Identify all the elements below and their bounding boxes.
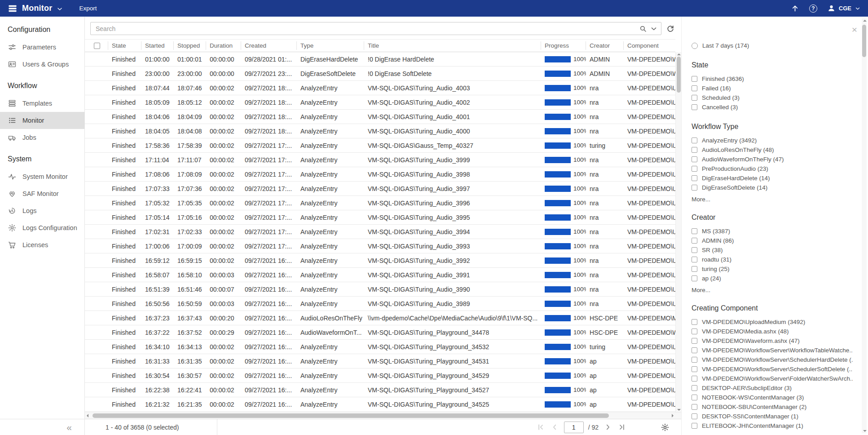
filter-option[interactable]: turing (25) <box>692 264 853 274</box>
filter-option[interactable]: DESKTOP-SSI\ContentManager (1) <box>692 412 853 421</box>
table-row[interactable]: Finished16:59:1216:59:1500:00:0209/27/20… <box>85 253 675 268</box>
filter-option[interactable]: ADMIN (86) <box>692 236 853 245</box>
filter-option[interactable]: PreProductionAudio (23) <box>692 164 853 173</box>
checkbox-icon[interactable] <box>692 275 697 281</box>
table-row[interactable]: Finished18:04:0518:04:0800:00:0209/27/20… <box>85 124 675 138</box>
column-header-creator[interactable]: Creator <box>586 41 624 50</box>
column-header-title[interactable]: Title <box>364 41 541 50</box>
filter-option[interactable]: VM-DPEDEMO\UploadMedium (3492) <box>692 317 853 327</box>
filter-option[interactable]: VM-DPEDEMO\Waveform.ashx (47) <box>692 336 853 346</box>
page-number-input[interactable] <box>564 422 584 433</box>
table-row[interactable]: Finished01:00:0001:00:0100:00:0009/28/20… <box>85 52 675 67</box>
table-row[interactable]: Finished23:00:0023:00:0000:00:0009/27/20… <box>85 67 675 81</box>
checkbox-icon[interactable] <box>692 104 697 110</box>
scroll-right-arrow-icon[interactable] <box>672 414 674 417</box>
filter-option[interactable]: ELITEBOOK-JHI\ContentManager (1) <box>692 421 853 431</box>
sidebar-item-saf-monitor[interactable]: SAF Monitor <box>0 185 84 202</box>
checkbox-icon[interactable] <box>692 347 697 353</box>
sidebar-item-logs[interactable]: Logs <box>0 202 84 219</box>
table-row[interactable]: Finished17:05:1417:05:1600:00:0209/27/20… <box>85 210 675 225</box>
upload-icon[interactable] <box>791 4 799 13</box>
refresh-icon[interactable] <box>666 24 675 33</box>
table-row[interactable]: Finished16:30:5416:30:5700:00:0209/27/20… <box>85 368 675 383</box>
help-icon[interactable]: ? <box>809 4 817 13</box>
column-header-created[interactable]: Created <box>241 41 297 50</box>
first-page-button[interactable] <box>536 422 546 432</box>
table-row[interactable]: Finished18:05:0918:05:1200:00:0209/27/20… <box>85 95 675 110</box>
sidebar-item-users-groups[interactable]: Users & Groups <box>0 56 84 73</box>
search-input[interactable] <box>96 25 636 32</box>
checkbox-icon[interactable] <box>692 175 697 181</box>
table-row[interactable]: Finished16:31:3316:31:3500:00:0209/27/20… <box>85 354 675 368</box>
column-header-type[interactable]: Type <box>297 41 364 50</box>
table-row[interactable]: Finished18:04:0618:04:0900:00:0209/27/20… <box>85 110 675 124</box>
checkbox-icon[interactable] <box>692 357 697 363</box>
last-page-button[interactable] <box>617 422 626 432</box>
filter-option[interactable]: AudioWaveformOnTheFly (47) <box>692 155 853 164</box>
checkbox-icon[interactable] <box>692 328 697 334</box>
filter-option[interactable]: Cancelled (3) <box>692 102 853 112</box>
filters-scroll-down-arrow-icon[interactable] <box>863 430 867 432</box>
filter-option[interactable]: roadtu (31) <box>692 255 853 264</box>
checkbox-icon[interactable] <box>692 319 697 325</box>
table-row[interactable]: Finished16:51:3916:51:4600:00:0709/27/20… <box>85 282 675 297</box>
column-header-started[interactable]: Started <box>141 41 174 50</box>
table-row[interactable]: Finished16:22:3816:22:4100:00:0209/27/20… <box>85 383 675 397</box>
checkbox-icon[interactable] <box>692 247 697 253</box>
filter-option[interactable]: MS (3387) <box>692 226 853 236</box>
filter-option[interactable]: AudioLoResOnTheFly (48) <box>692 145 853 155</box>
filters-scrollbar-thumb[interactable] <box>862 25 866 57</box>
app-title[interactable]: Monitor <box>22 4 52 13</box>
checkbox-icon[interactable] <box>692 404 697 410</box>
sidebar-item-logs-configuration[interactable]: Logs Configuration <box>0 219 84 236</box>
table-row[interactable]: Finished16:34:1016:34:1300:00:0209/27/20… <box>85 340 675 354</box>
table-row[interactable]: Finished17:05:3217:05:3500:00:0209/27/20… <box>85 196 675 210</box>
sidebar-item-licenses[interactable]: Licenses <box>0 236 84 253</box>
filter-option[interactable]: NOTEBOOK-WS\ContentManager (3) <box>692 393 853 402</box>
filter-option[interactable]: SR (38) <box>692 245 853 255</box>
filter-option[interactable]: DESKTOP-AER\SubclipEditor (3) <box>692 383 853 393</box>
table-settings-gear-icon[interactable] <box>661 423 670 432</box>
table-row[interactable]: Finished17:08:0617:08:0900:00:0209/27/20… <box>85 167 675 182</box>
previous-page-button[interactable] <box>550 422 560 432</box>
filter-option[interactable]: DigEraseSoftDelete (14) <box>692 183 853 192</box>
checkbox-icon[interactable] <box>692 156 697 162</box>
filter-option[interactable]: AnalyzeEntry (3492) <box>692 136 853 145</box>
sidebar-item-parameters[interactable]: Parameters <box>0 39 84 56</box>
column-header-duration[interactable]: Duration <box>206 41 241 50</box>
filter-option[interactable]: Failed (16) <box>692 84 853 93</box>
select-all-checkbox[interactable] <box>94 43 100 49</box>
checkbox-icon[interactable] <box>692 228 697 234</box>
filter-option[interactable]: VM-DPEDEMO\Media.ashx (48) <box>692 327 853 336</box>
checkbox-icon[interactable] <box>692 238 697 244</box>
vertical-scrollbar-thumb[interactable] <box>677 57 681 93</box>
checkbox-icon[interactable] <box>692 95 697 101</box>
table-row[interactable]: Finished17:00:0617:00:0900:00:0209/27/20… <box>85 239 675 253</box>
search-icon[interactable] <box>639 25 647 33</box>
sidebar-item-system-monitor[interactable]: System Monitor <box>0 168 84 185</box>
next-page-button[interactable] <box>603 422 612 432</box>
column-header-progress[interactable]: Progress <box>541 41 586 50</box>
filter-option[interactable]: Finished (3636) <box>692 74 853 84</box>
filter-option[interactable]: VM-DPEDEMO\WorkflowServer\SchedulerSoftD… <box>692 364 853 374</box>
filter-option[interactable]: VM-DPEDEMO\WorkflowServer\WorkflowTableW… <box>692 346 853 355</box>
filter-option[interactable]: VM-DPEDEMO\WorkflowServer\SchedulerHardD… <box>692 355 853 364</box>
table-row[interactable]: Finished17:02:3117:02:3300:00:0209/27/20… <box>85 225 675 239</box>
scroll-left-arrow-icon[interactable] <box>87 414 88 417</box>
checkbox-icon[interactable] <box>692 376 697 382</box>
radio-icon[interactable] <box>692 43 698 49</box>
filter-option[interactable]: DigEraseHardDelete (14) <box>692 173 853 183</box>
user-menu[interactable]: CGE <box>827 4 861 13</box>
column-header-stopped[interactable]: Stopped <box>174 41 206 50</box>
checkbox-icon[interactable] <box>692 338 697 344</box>
table-row[interactable]: Finished17:07:3317:07:3600:00:0209/27/20… <box>85 182 675 196</box>
filter-option[interactable]: NOTEBOOK-SBU\ContentManager (2) <box>692 402 853 412</box>
table-row[interactable]: Finished18:07:4418:07:4600:00:0209/27/20… <box>85 81 675 95</box>
search-options-chevron-icon[interactable] <box>650 25 658 33</box>
table-row[interactable]: Finished16:37:2316:37:4300:00:2009/27/20… <box>85 311 675 325</box>
app-switcher-chevron-icon[interactable] <box>56 5 63 13</box>
horizontal-scrollbar-thumb[interactable] <box>93 413 609 418</box>
table-row[interactable]: Finished17:58:3617:58:3900:00:0209/27/20… <box>85 138 675 153</box>
checkbox-icon[interactable] <box>692 266 697 272</box>
filter-quick-option-last-7-days-174[interactable]: Last 7 days (174) <box>692 41 853 50</box>
